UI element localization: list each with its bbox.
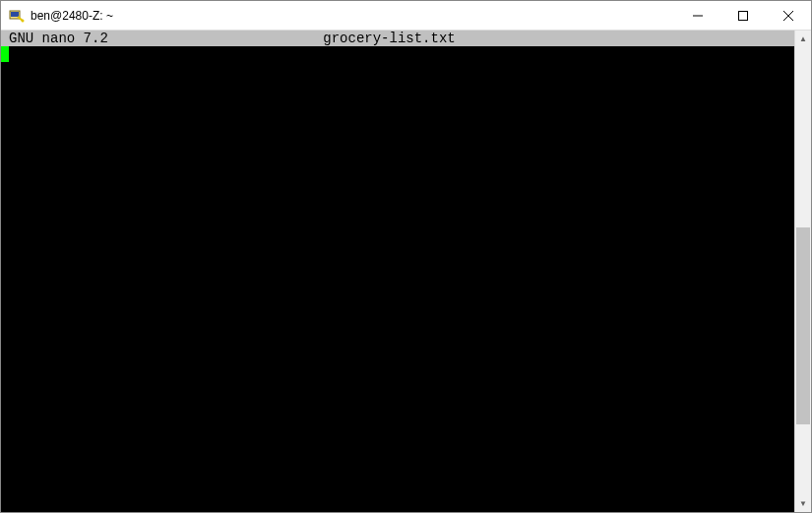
- putty-icon: [9, 8, 25, 24]
- nano-version: GNU nano 7.2: [1, 31, 108, 46]
- text-cursor: [1, 46, 9, 62]
- maximize-button[interactable]: [720, 1, 766, 30]
- svg-rect-1: [11, 12, 19, 17]
- nano-header: GNU nano 7.2 grocery-list.txt: [1, 31, 794, 46]
- close-button[interactable]: [766, 1, 811, 30]
- svg-point-2: [22, 19, 25, 22]
- svg-rect-4: [739, 11, 748, 20]
- scroll-up-arrow-icon[interactable]: ▲: [795, 31, 811, 47]
- editor-area[interactable]: [1, 46, 794, 481]
- shortcut-bar: ^GHelp ^OWrite Out ^WWhere Is ^KCut ^TEx…: [1, 481, 794, 512]
- client-area: GNU nano 7.2 grocery-list.txt ^GHelp ^OW…: [1, 31, 811, 512]
- window-title: ben@2480-Z: ~: [31, 9, 113, 23]
- scroll-down-arrow-icon[interactable]: ▼: [795, 495, 811, 512]
- vertical-scrollbar[interactable]: ▲ ▼: [794, 31, 811, 512]
- window-controls: [675, 1, 811, 30]
- minimize-button[interactable]: [675, 1, 720, 30]
- terminal[interactable]: GNU nano 7.2 grocery-list.txt ^GHelp ^OW…: [1, 31, 794, 512]
- nano-filename: grocery-list.txt: [1, 31, 778, 46]
- window-titlebar: ben@2480-Z: ~: [1, 1, 811, 31]
- scrollbar-thumb[interactable]: [796, 227, 810, 424]
